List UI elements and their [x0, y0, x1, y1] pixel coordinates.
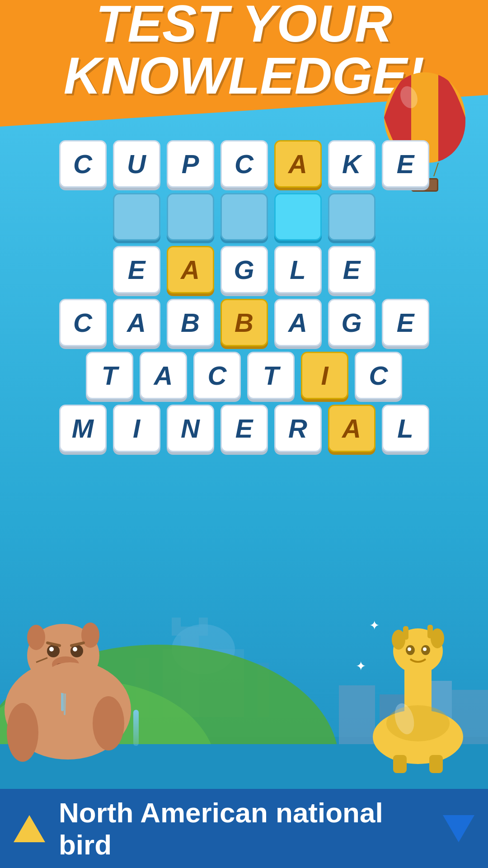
svg-rect-11: [407, 681, 452, 744]
svg-rect-10: [380, 694, 407, 744]
word-row-cupcake: C U P C A K E: [59, 140, 429, 188]
tile-c2[interactable]: C: [221, 140, 268, 188]
tile-e5[interactable]: E: [221, 405, 268, 452]
tile-blank-5[interactable]: [328, 193, 375, 241]
tile-blank-3[interactable]: [221, 193, 268, 241]
tile-blank-1[interactable]: [113, 193, 160, 241]
tile-p[interactable]: P: [167, 140, 214, 188]
prev-button[interactable]: [14, 813, 45, 844]
tile-t1[interactable]: T: [86, 352, 133, 399]
tile-i-gold[interactable]: I: [301, 352, 348, 399]
drool-drop: [133, 710, 139, 746]
tile-r[interactable]: R: [274, 405, 322, 452]
tile-a-gold-2[interactable]: A: [167, 246, 214, 293]
tile-l2[interactable]: L: [382, 405, 429, 452]
tile-c5[interactable]: C: [355, 352, 402, 399]
tile-e3[interactable]: E: [328, 246, 375, 293]
tile-a3[interactable]: A: [274, 299, 322, 346]
tile-blank-2[interactable]: [167, 193, 214, 241]
header-line1: TEST YOUR: [64, 0, 425, 50]
tile-a-gold-1[interactable]: A: [274, 140, 322, 188]
next-button[interactable]: [443, 813, 474, 844]
tile-e1[interactable]: E: [382, 140, 429, 188]
tile-a-gold-3[interactable]: A: [328, 405, 375, 452]
tile-l[interactable]: L: [274, 246, 322, 293]
tile-a2[interactable]: A: [113, 299, 160, 346]
arrow-up-icon: [14, 815, 45, 842]
tile-blank-4-selected[interactable]: [274, 193, 322, 241]
word-row-mineral: M I N E R A L: [59, 405, 429, 452]
tile-a4[interactable]: A: [140, 352, 187, 399]
bottom-bar: North American national bird: [0, 789, 488, 868]
tile-c4[interactable]: C: [193, 352, 241, 399]
tile-e4[interactable]: E: [382, 299, 429, 346]
tile-n[interactable]: N: [167, 405, 214, 452]
background-hills: [0, 618, 488, 746]
tile-g2[interactable]: G: [328, 299, 375, 346]
word-row-tactic: T A C T I C: [86, 352, 402, 399]
clue-text: North American national bird: [59, 797, 429, 861]
tile-c3[interactable]: C: [59, 299, 107, 346]
arrow-down-icon: [443, 815, 474, 842]
tile-t2[interactable]: T: [247, 352, 295, 399]
word-row-blank: [113, 193, 375, 241]
word-row-cabbage: C A B B A G E: [59, 299, 429, 346]
tile-u[interactable]: U: [113, 140, 160, 188]
svg-rect-12: [452, 690, 488, 744]
tile-b-gold[interactable]: B: [221, 299, 268, 346]
tile-m[interactable]: M: [59, 405, 107, 452]
word-row-eagle: E A G L E: [113, 246, 375, 293]
tiles-area: C U P C A K E E A G L E C A B B A G E T …: [0, 140, 488, 452]
tile-e2[interactable]: E: [113, 246, 160, 293]
tile-i2[interactable]: I: [113, 405, 160, 452]
tile-c1[interactable]: C: [59, 140, 107, 188]
tile-b1[interactable]: B: [167, 299, 214, 346]
tile-g[interactable]: G: [221, 246, 268, 293]
svg-rect-9: [339, 685, 375, 744]
header-line2: KNOWLEDGE!: [64, 50, 425, 102]
header-text: TEST YOUR KNOWLEDGE!: [64, 0, 425, 102]
tile-k[interactable]: K: [328, 140, 375, 188]
